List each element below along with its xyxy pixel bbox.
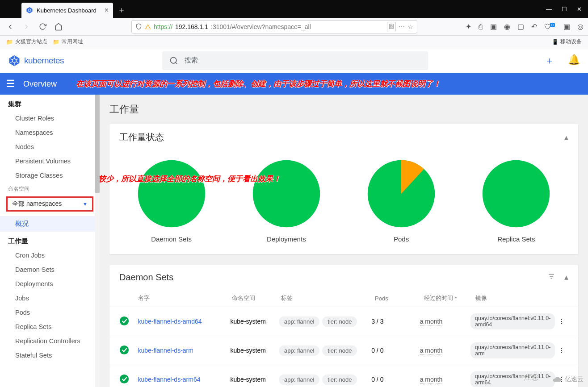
label-chip: tier: node <box>322 345 357 356</box>
search-input[interactable]: 搜索 <box>162 51 428 70</box>
col-name[interactable]: 名字 <box>138 294 232 302</box>
main-heading: 工作量 <box>109 103 578 116</box>
row-menu-icon[interactable]: ⋮ <box>555 318 568 325</box>
label-chip: tier: node <box>322 375 357 385</box>
chart-label: Replica Sets <box>497 235 535 243</box>
sidebar-item-pods[interactable]: Pods <box>0 305 100 320</box>
close-tab-icon[interactable]: × <box>105 6 109 14</box>
image-chip: quay.io/coreos/flannel:v0.11.0-arm <box>470 342 555 358</box>
minimize-icon[interactable]: — <box>546 6 552 12</box>
col-namespace[interactable]: 命名空间 <box>232 294 281 302</box>
success-icon <box>119 374 129 384</box>
svg-point-19 <box>120 316 129 325</box>
resource-link[interactable]: kube-flannel-ds-arm64 <box>138 376 230 383</box>
reload-button[interactable] <box>37 21 48 33</box>
image-chip: quay.io/coreos/flannel:v0.11.0-amd64 <box>470 313 555 329</box>
sidebar-item-deployments[interactable]: Deployments <box>0 277 100 291</box>
new-tab-button[interactable]: ＋ <box>118 4 126 15</box>
page-action-icon[interactable]: ⋯ <box>399 23 405 30</box>
chart-label: Daemon Sets <box>151 235 192 243</box>
page-title: Overview <box>23 79 57 89</box>
resource-link[interactable]: kube-flannel-ds-arm <box>138 347 230 354</box>
collapse-icon[interactable]: ▴ <box>564 133 568 142</box>
bookmark-folder[interactable]: 📁 火狐官方站点 <box>6 38 47 46</box>
account-icon[interactable]: ◉ <box>504 22 510 31</box>
sidebar-item-cronjobs[interactable]: Cron Jobs <box>0 248 100 262</box>
sidebar-item-nodes[interactable]: Nodes <box>0 140 100 154</box>
chevron-down-icon: ▼ <box>83 201 88 207</box>
label-chip: app: flannel <box>279 316 319 327</box>
row-menu-icon[interactable]: ⋮ <box>555 347 568 354</box>
svg-point-21 <box>120 374 129 383</box>
svg-point-15 <box>483 160 550 227</box>
logo[interactable]: kubernetes <box>8 54 64 67</box>
sidebar-item-namespaces[interactable]: Namespaces <box>0 125 100 140</box>
filter-icon[interactable] <box>547 272 555 283</box>
col-pods[interactable]: Pods <box>375 295 424 302</box>
cell-namespace: kube-system <box>231 318 279 325</box>
undo-icon[interactable]: ↶ <box>531 22 537 31</box>
customize-icon[interactable]: ▢ <box>517 22 524 31</box>
url-host: 192.168.1.1 <box>175 23 208 30</box>
lock-warning-icon <box>145 24 151 30</box>
search-icon <box>169 56 178 65</box>
create-button[interactable]: ＋ <box>545 54 554 67</box>
logo-text: kubernetes <box>24 56 64 66</box>
reader-icon[interactable]: 圆 <box>387 22 396 31</box>
namespace-select[interactable]: 全部 namespaces ▼ <box>6 196 93 212</box>
maximize-icon[interactable]: ☐ <box>562 6 567 12</box>
success-icon <box>119 316 129 326</box>
screenshot-icon[interactable]: ▣ <box>563 22 570 31</box>
sidebar-item-jobs[interactable]: Jobs <box>0 291 100 305</box>
kubernetes-logo-icon <box>8 54 21 67</box>
sidebar-item-overview[interactable]: 概况 <box>0 216 100 232</box>
notifications-button[interactable]: 🔔 <box>568 54 580 67</box>
url-input[interactable]: https://192.168.1.1:31001/#/overview?nam… <box>131 20 417 33</box>
menu-icon[interactable]: ◎ <box>577 22 584 31</box>
sidebar-item-sc[interactable]: Storage Classes <box>0 168 100 183</box>
daemonsets-card: Daemon Sets ▴ 名字 命名空间 标签 Pods 经过的时间↑ 镜像 … <box>109 265 578 387</box>
sidebar-item-statefulsets[interactable]: Stateful Sets <box>0 348 100 362</box>
sidebar-item-rc[interactable]: Replication Controllers <box>0 334 100 348</box>
forward-button[interactable] <box>21 21 32 33</box>
browser-address-bar: https://192.168.1.1:31001/#/overview?nam… <box>0 18 588 36</box>
sidebar-item-pv[interactable]: Persistent Volumes <box>0 154 100 168</box>
browser-titlebar: Kubernetes Dashboard × ＋ — ☐ ✕ <box>0 0 588 18</box>
bookmark-star-icon[interactable]: ☆ <box>407 23 413 30</box>
sidebar-toggle-icon[interactable]: ▣ <box>490 22 497 31</box>
chart-daemonsets: Daemon Sets <box>136 158 207 243</box>
mobile-bookmarks[interactable]: 📱 移动设备 <box>552 38 582 46</box>
close-window-icon[interactable]: ✕ <box>577 6 582 12</box>
label-chip: tier: node <box>322 316 357 327</box>
home-button[interactable] <box>53 21 64 33</box>
bookmark-folder[interactable]: 📁 常用网址 <box>53 38 83 46</box>
svg-line-11 <box>176 62 177 64</box>
browser-tab[interactable]: Kubernetes Dashboard × <box>21 3 113 18</box>
scrollbar-thumb[interactable] <box>95 95 100 193</box>
svg-point-10 <box>171 57 176 63</box>
table-row: kube-flannel-ds-arm kube-system app: fla… <box>109 336 578 365</box>
col-labels[interactable]: 标签 <box>281 294 375 302</box>
library-icon[interactable]: ⎙ <box>479 23 483 31</box>
watermark: 亿速云 <box>552 375 584 384</box>
col-age[interactable]: 经过的时间↑ <box>424 294 475 302</box>
extension-icon[interactable]: ✦ <box>466 22 471 31</box>
resource-link[interactable]: kube-flannel-ds-amd64 <box>138 318 230 325</box>
sidebar-item-daemonsets[interactable]: Daemon Sets <box>0 262 100 277</box>
cloud-icon <box>552 375 562 384</box>
hamburger-icon[interactable]: ☰ <box>6 78 15 90</box>
cell-age: a month <box>420 347 443 354</box>
sidebar: 集群 Cluster Roles Namespaces Nodes Persis… <box>0 95 100 387</box>
back-button[interactable] <box>4 21 16 33</box>
main-content: 工作量 工作量状态 ▴ 实验环境，K8s集群中的资源较少，所以直接选择全部的名称… <box>100 95 588 387</box>
chart-label: Deployments <box>267 235 306 243</box>
sidebar-group-cluster: 集群 <box>0 95 100 111</box>
sidebar-item-cluster-roles[interactable]: Cluster Roles <box>0 111 100 125</box>
sidebar-item-replicasets[interactable]: Replica Sets <box>0 320 100 334</box>
col-images[interactable]: 镜像 <box>475 294 555 302</box>
shield-icon <box>135 23 142 30</box>
notification-icon[interactable]: 🛡0 <box>544 23 556 31</box>
annotation-text: 实验环境，K8s集群中的资源较少，所以直接选择全部的名称空间，便于看出效果！ <box>100 174 374 184</box>
collapse-icon[interactable]: ▴ <box>564 272 568 283</box>
label-chip: app: flannel <box>279 345 319 356</box>
